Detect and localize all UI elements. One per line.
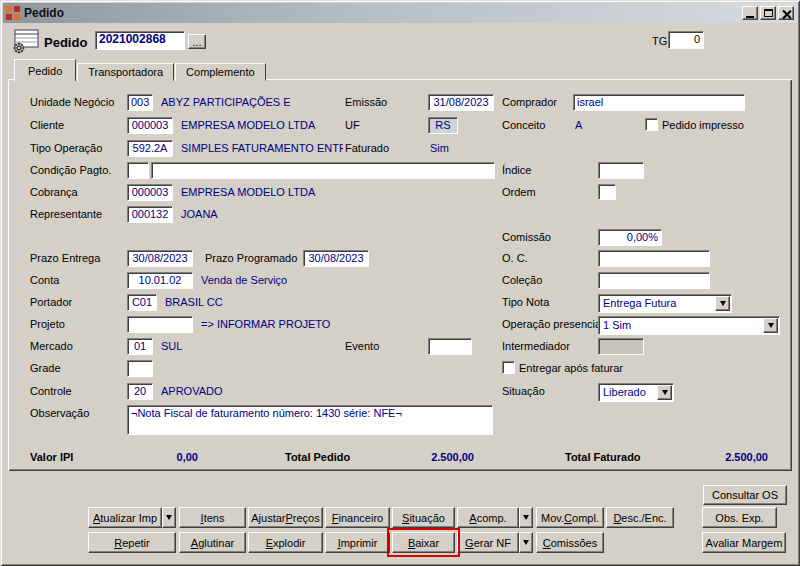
evento-field[interactable] [428, 338, 472, 355]
situacao-button[interactable]: Situação [392, 507, 455, 528]
chevron-down-icon [662, 390, 668, 395]
total-faturado-label: Total Faturado [565, 451, 641, 463]
situacao-dropdown-button[interactable] [657, 385, 672, 400]
emissao-field[interactable]: 31/08/2023 [428, 94, 494, 111]
valor-ipi-label: Valor IPI [30, 451, 73, 463]
intermediador-label: Intermediador [502, 340, 570, 352]
avaliar-margem-button[interactable]: Avaliar Margem [702, 532, 786, 553]
valor-ipi-value: 0,00 [118, 451, 198, 463]
comissao-field[interactable]: 0,00% [598, 229, 662, 246]
tipo-nota-dropdown-button[interactable] [715, 296, 730, 311]
atualizar-imp-button[interactable]: Atualizar Imp [88, 507, 162, 528]
operacao-presencial-dropdown[interactable]: 1 Sim [598, 316, 780, 335]
repetir-button[interactable]: Repetir [88, 532, 176, 553]
tab-complemento[interactable]: Complemento [175, 63, 265, 81]
observacao-field[interactable]: ¬Nota Fiscal de faturamento número: 1430… [127, 405, 493, 435]
obs-exp-button[interactable]: Obs. Exp. [702, 507, 777, 528]
pedido-impresso-checkbox[interactable] [645, 118, 658, 131]
prazo-programado-field[interactable]: 30/08/2023 [303, 250, 369, 267]
total-pedido-value: 2.500,00 [376, 451, 474, 463]
minimize-button[interactable] [742, 6, 758, 20]
faturado-value: Sim [430, 142, 449, 154]
tg-label: TG [652, 35, 667, 47]
ordem-label: Ordem [502, 186, 536, 198]
close-icon [782, 9, 791, 18]
uf-field[interactable]: RS [428, 117, 458, 134]
explodir-button[interactable]: Explodir [248, 532, 323, 553]
acomp-button[interactable]: Acomp. [457, 507, 519, 528]
entregar-apos-faturar-checkbox[interactable] [502, 361, 515, 374]
condicao-pagto-desc-field[interactable] [151, 162, 495, 179]
maximize-icon [764, 9, 773, 17]
tipo-nota-dropdown[interactable]: Entrega Futura [598, 294, 732, 313]
unidade-negocio-code-field[interactable]: 003 [127, 94, 153, 111]
mercado-desc: SUL [161, 340, 182, 352]
conta-code-field[interactable]: 10.01.02 [127, 272, 193, 289]
portador-code-field[interactable]: C01 [127, 294, 157, 311]
operacao-presencial-label: Operação presencial [502, 318, 604, 330]
imprimir-button[interactable]: Imprimir [325, 532, 390, 553]
atualizar-imp-dropdown-button[interactable] [162, 507, 176, 528]
tipo-operacao-code-field[interactable]: 592.2A [127, 140, 173, 157]
comissoes-button[interactable]: Comissões [536, 532, 604, 553]
tab-transportadora[interactable]: Transportadora [77, 63, 174, 81]
conta-label: Conta [30, 274, 59, 286]
close-button[interactable] [778, 6, 794, 20]
gerar-nf-button[interactable]: Gerar NF [457, 532, 519, 553]
controle-code-field[interactable]: 20 [127, 383, 153, 400]
mercado-code-field[interactable]: 01 [127, 338, 153, 355]
desc-enc-button[interactable]: Desc./Enc. [606, 507, 674, 528]
financeiro-button[interactable]: Financeiro [325, 507, 390, 528]
total-faturado-value: 2.500,00 [664, 451, 768, 463]
chevron-down-icon [523, 540, 529, 545]
cliente-code-field[interactable]: 000003 [127, 117, 173, 134]
operacao-presencial-dropdown-button[interactable] [763, 318, 778, 333]
grade-field[interactable] [127, 360, 153, 377]
indice-field[interactable] [598, 162, 644, 179]
intermediador-field [598, 338, 644, 355]
projeto-label: Projeto [30, 318, 65, 330]
prazo-entrega-field[interactable]: 30/08/2023 [127, 250, 193, 267]
tabbar: Pedido Transportadora Complemento [14, 59, 267, 81]
mov-compl-button[interactable]: Mov.Compl. [536, 507, 604, 528]
maximize-button[interactable] [760, 6, 776, 20]
oc-field[interactable] [598, 250, 710, 267]
conta-desc: Venda de Serviço [201, 274, 287, 286]
acomp-dropdown-button[interactable] [519, 507, 533, 528]
baixar-button[interactable]: Baixar [392, 532, 455, 553]
representante-code-field[interactable]: 000132 [127, 206, 173, 223]
conceito-label: Conceito [502, 119, 545, 131]
situacao-value: Liberado [600, 385, 657, 400]
portador-label: Portador [30, 296, 72, 308]
operacao-presencial-value: 1 Sim [600, 318, 763, 333]
conceito-value: A [575, 119, 582, 131]
mercado-label: Mercado [30, 340, 73, 352]
consultar-os-button[interactable]: Consultar OS [703, 485, 787, 505]
order-number-field[interactable]: 2021002868 [95, 31, 185, 50]
tipo-nota-label: Tipo Nota [502, 296, 549, 308]
ordem-field[interactable] [598, 184, 616, 200]
colecao-field[interactable] [598, 272, 710, 289]
itens-button[interactable]: Itens [179, 507, 246, 528]
order-lookup-button[interactable]: ... [188, 34, 206, 49]
gerar-nf-dropdown-button[interactable] [519, 532, 533, 553]
cliente-label: Cliente [30, 119, 64, 131]
situacao-dropdown[interactable]: Liberado [598, 383, 674, 402]
projeto-field[interactable] [127, 316, 193, 333]
aglutinar-button[interactable]: Aglutinar [179, 532, 246, 553]
representante-desc: JOANA [181, 208, 218, 220]
pedido-window: Pedido Pedido 2021002868 ... TG 0 Pedido… [0, 0, 800, 566]
header-pedido-label: Pedido [44, 35, 87, 50]
condicao-pagto-code-field[interactable] [127, 162, 149, 179]
tg-field[interactable]: 0 [668, 31, 704, 49]
cobranca-desc: EMPRESA MODELO LTDA [181, 186, 315, 198]
grade-label: Grade [30, 362, 61, 374]
faturado-label: Faturado [345, 142, 389, 154]
entregar-apos-faturar-label: Entregar após faturar [519, 362, 623, 374]
ajustar-precos-button[interactable]: Ajustar Preços [248, 507, 323, 528]
cobranca-code-field[interactable]: 000003 [127, 184, 173, 201]
tab-pedido[interactable]: Pedido [14, 59, 76, 81]
comprador-field[interactable]: israel [573, 94, 745, 111]
observacao-label: Observação [30, 407, 89, 419]
pedido-impresso-label: Pedido impresso [662, 119, 744, 131]
